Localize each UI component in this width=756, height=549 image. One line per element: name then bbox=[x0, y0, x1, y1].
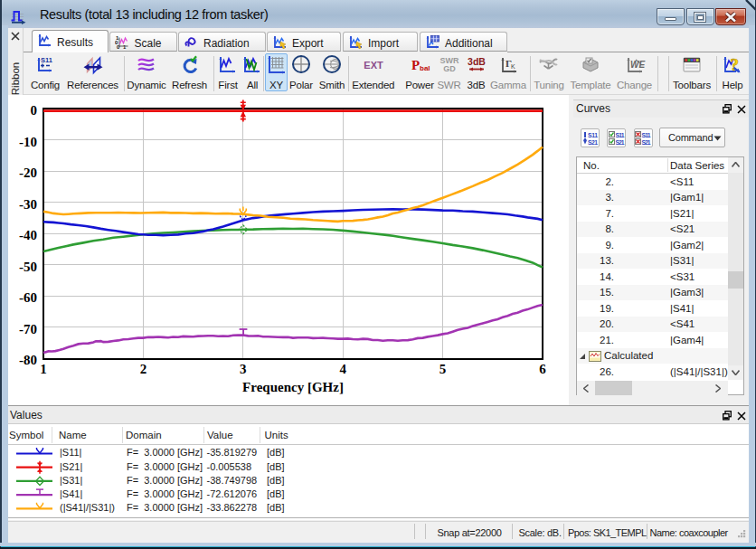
svg-text:S11: S11 bbox=[588, 132, 598, 138]
svg-text:EXT: EXT bbox=[364, 60, 383, 71]
svg-text:P: P bbox=[411, 58, 420, 72]
svg-text:bal: bal bbox=[420, 64, 430, 72]
svg-text:GD: GD bbox=[443, 64, 456, 73]
svg-text:3dB: 3dB bbox=[468, 56, 486, 67]
svg-text:S11: S11 bbox=[41, 56, 52, 64]
svg-text:S21: S21 bbox=[588, 139, 598, 146]
svg-text:S21: S21 bbox=[642, 139, 651, 146]
svg-text:K: K bbox=[511, 63, 515, 70]
svg-text:S11: S11 bbox=[642, 132, 651, 138]
svg-text:S11: S11 bbox=[615, 132, 624, 138]
svg-text:S21: S21 bbox=[615, 139, 624, 146]
